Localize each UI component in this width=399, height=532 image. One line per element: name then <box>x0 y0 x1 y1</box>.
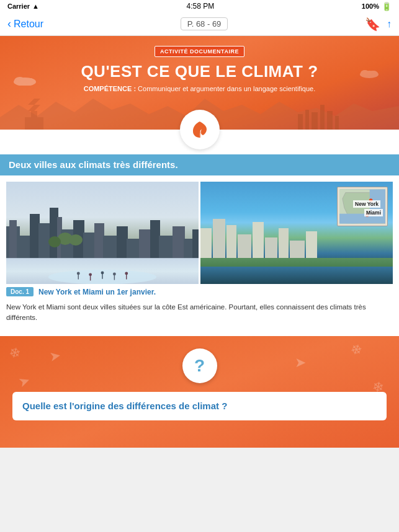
doc-caption: Doc. 1 New York et Miami un 1er janvier. <box>0 284 399 299</box>
svg-rect-10 <box>327 111 333 130</box>
chevron-left-icon: ‹ <box>7 17 11 30</box>
question-mark-icon: ? <box>194 356 205 376</box>
svg-point-1 <box>14 77 25 84</box>
nyc-skyline-svg <box>6 202 199 260</box>
svg-rect-31 <box>192 229 199 260</box>
status-bar: Carrier ▲ 4:58 PM 100% 🔋 <box>0 0 399 12</box>
main-content: Activité documentaire QU'EST CE QUE LE C… <box>0 36 399 532</box>
svg-point-34 <box>69 234 83 246</box>
svg-rect-8 <box>312 112 318 130</box>
svg-point-38 <box>89 273 92 276</box>
question-box: Quelle est l'origine des différences de … <box>12 392 387 420</box>
svg-rect-9 <box>320 105 325 130</box>
map-image: New York Miami <box>339 189 385 224</box>
doc-badge: Doc. 1 <box>6 287 34 296</box>
svg-point-33 <box>48 236 61 247</box>
leaf-icon <box>189 119 210 140</box>
deco-snowflake-1: ❄ <box>7 344 22 363</box>
doc-description: New York et Miami sont deux villes situé… <box>0 299 399 329</box>
deco-arrow-3: ➤ <box>295 355 306 371</box>
photo-row: New York Miami <box>6 182 393 284</box>
svg-rect-25 <box>127 239 140 260</box>
cities-section: Deux villes aux climats très différents. <box>0 154 399 336</box>
svg-rect-17 <box>50 208 58 260</box>
svg-rect-29 <box>173 226 185 260</box>
svg-point-5 <box>369 71 378 77</box>
question-text: Quelle est l'origine des différences de … <box>22 401 227 411</box>
svg-point-36 <box>77 272 80 275</box>
doc-caption-text: New York et Miami un 1er janvier. <box>38 288 156 296</box>
cities-header: Deux villes aux climats très différents. <box>0 154 399 175</box>
ice-rink-svg <box>6 259 199 284</box>
leaf-icon-circle <box>180 110 220 149</box>
battery-icon: 🔋 <box>382 2 392 11</box>
svg-rect-23 <box>103 236 118 260</box>
nyc-photo <box>6 182 199 284</box>
svg-point-2 <box>25 78 35 84</box>
svg-rect-15 <box>30 214 40 260</box>
svg-rect-14 <box>20 236 31 260</box>
page-indicator: P. 68 - 69 <box>181 17 228 30</box>
hero-subtitle-text: Communiquer et argumenter dans un langag… <box>138 85 315 92</box>
map-label-miami: Miami <box>364 209 383 216</box>
svg-rect-27 <box>150 220 160 260</box>
status-left: Carrier ▲ <box>7 2 39 10</box>
svg-rect-6 <box>298 114 303 130</box>
svg-rect-28 <box>159 236 174 260</box>
map-overlay: New York Miami <box>337 187 388 226</box>
cloud-deco-left <box>12 73 37 88</box>
activity-badge: Activité documentaire <box>155 46 244 57</box>
deco-arrow-2: ➤ <box>16 371 32 391</box>
status-right: 100% 🔋 <box>362 2 392 11</box>
svg-rect-7 <box>305 110 309 130</box>
miami-green <box>200 258 393 267</box>
hero-title: QU'EST CE QUE LE CLIMAT ? <box>12 62 387 81</box>
deco-arrow-1: ➤ <box>48 347 62 365</box>
nyc-ice-rink <box>6 258 199 284</box>
svg-rect-24 <box>117 226 128 260</box>
svg-point-4 <box>361 70 369 76</box>
svg-rect-22 <box>94 223 104 260</box>
battery-label: 100% <box>362 2 379 10</box>
bottom-section: ❄ ➤ ❄ ➤ ❄ ➤ ? Quelle est l'origine des d… <box>0 336 399 448</box>
deco-snowflake-2: ❄ <box>348 340 364 360</box>
miami-water <box>200 265 393 284</box>
cities-header-text: Deux villes aux climats très différents. <box>9 159 178 170</box>
miami-photo: New York Miami <box>200 182 393 284</box>
svg-rect-21 <box>83 233 96 260</box>
bookmark-icon[interactable]: 🔖 <box>365 17 380 32</box>
svg-rect-26 <box>139 229 151 260</box>
carrier-label: Carrier <box>7 2 30 10</box>
hero-subtitle-bold: COMPÉTENCE : <box>84 85 136 92</box>
nav-actions: 🔖 ↑ <box>365 17 392 32</box>
status-time: 4:58 PM <box>187 2 215 11</box>
svg-rect-13 <box>9 220 17 260</box>
share-icon[interactable]: ↑ <box>387 19 392 30</box>
svg-point-44 <box>125 272 128 275</box>
question-circle: ? <box>182 348 217 383</box>
map-label-new-york: New York <box>353 200 380 208</box>
miami-skyline-svg <box>200 203 325 265</box>
nav-bar: ‹ Retour P. 68 - 69 🔖 ↑ <box>0 12 399 36</box>
hero-subtitle: COMPÉTENCE : Communiquer et argumenter d… <box>12 85 387 92</box>
svg-rect-30 <box>184 239 194 260</box>
back-label: Retour <box>14 19 43 30</box>
wifi-icon: ▲ <box>32 2 39 10</box>
svg-rect-11 <box>335 116 339 130</box>
svg-point-42 <box>113 272 116 275</box>
cloud-deco-right <box>359 67 380 81</box>
back-button[interactable]: ‹ Retour <box>7 17 43 30</box>
svg-point-40 <box>101 272 104 275</box>
